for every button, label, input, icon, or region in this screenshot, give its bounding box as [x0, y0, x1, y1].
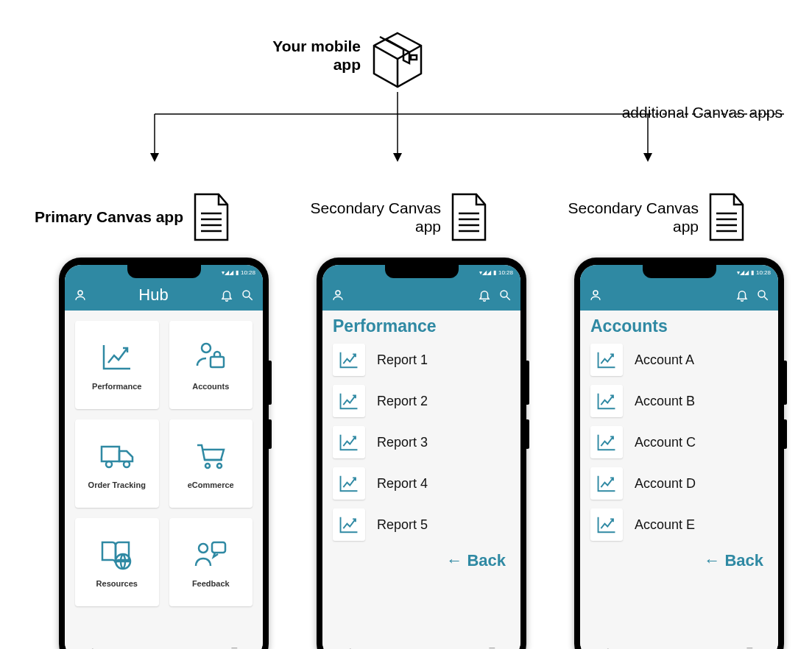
svg-line-37 — [506, 297, 510, 300]
tile-order-tracking[interactable]: Order Tracking — [75, 419, 159, 508]
svg-line-40 — [764, 297, 768, 300]
search-icon[interactable] — [498, 288, 512, 302]
phone-hub: ▾◢◢ ▮ 10:28 Hub — [59, 258, 269, 649]
svg-point-23 — [243, 291, 250, 297]
user-icon[interactable] — [74, 288, 87, 302]
svg-marker-4 — [150, 153, 159, 162]
user-icon[interactable] — [589, 288, 602, 302]
back-button[interactable]: ← Back — [322, 541, 520, 570]
nav-recent[interactable]: ≡ — [746, 644, 753, 649]
svg-point-36 — [501, 291, 507, 297]
additional-apps-label: additional Canvas apps — [622, 103, 783, 121]
list-item[interactable]: Report 3 — [333, 426, 510, 458]
app-header — [580, 280, 778, 311]
svg-point-22 — [78, 291, 82, 295]
nav-back[interactable]: ‹ — [347, 644, 351, 649]
tile-feedback[interactable]: Feedback — [169, 518, 253, 606]
svg-rect-26 — [211, 357, 224, 367]
svg-point-38 — [593, 291, 598, 295]
bell-icon[interactable] — [735, 288, 749, 302]
android-nav: ‹ ≡ — [580, 642, 778, 649]
doc-label: Secondary Canvas app — [541, 199, 699, 235]
svg-point-28 — [106, 461, 112, 467]
hub-grid: Performance Accounts Order Tracking — [75, 321, 253, 606]
list-item[interactable]: Account C — [590, 426, 768, 458]
list-item[interactable]: Report 2 — [333, 385, 510, 417]
phones-row: ▾◢◢ ▮ 10:28 Hub — [59, 258, 797, 649]
search-icon[interactable] — [756, 288, 769, 302]
battery-icon: ▮ — [751, 269, 754, 276]
report-list: Report 1 Report 2 Report 3 Report 4 Repo… — [322, 344, 520, 541]
section-title: Performance — [322, 311, 520, 344]
package-label: Your mobile app — [243, 37, 361, 74]
chart-icon — [590, 467, 623, 500]
doc-label: Secondary Canvas app — [283, 199, 441, 235]
package-icon — [368, 29, 427, 95]
phone-performance: ▾◢◢ ▮ 10:28 Performance — [317, 258, 526, 649]
status-time: 10:28 — [241, 269, 255, 276]
svg-point-31 — [217, 464, 222, 468]
user-icon[interactable] — [331, 288, 345, 302]
tile-resources[interactable]: Resources — [75, 518, 159, 606]
doc-secondary-2: Secondary Canvas app — [541, 191, 747, 243]
tile-accounts[interactable]: Accounts — [169, 321, 253, 409]
svg-point-33 — [199, 544, 208, 553]
status-time: 10:28 — [498, 269, 513, 276]
list-item[interactable]: Report 1 — [333, 344, 510, 376]
battery-icon: ▮ — [236, 269, 239, 276]
chart-icon — [333, 508, 365, 541]
back-button[interactable]: ← Back — [580, 541, 778, 570]
android-nav: ‹ ≡ — [322, 642, 520, 649]
tile-performance[interactable]: Performance — [75, 321, 159, 409]
phone-accounts: ▾◢◢ ▮ 10:28 Accounts — [574, 258, 784, 649]
signal-icon: ▾◢◢ — [222, 269, 233, 276]
svg-rect-27 — [102, 447, 119, 461]
chart-icon — [590, 344, 623, 376]
truck-icon — [99, 438, 135, 473]
chart-icon — [590, 385, 623, 417]
search-icon[interactable] — [241, 288, 254, 302]
section-title: Accounts — [580, 311, 778, 344]
document-icon — [191, 191, 232, 243]
list-item[interactable]: Account A — [590, 344, 768, 376]
book-globe-icon — [99, 536, 135, 572]
doc-label-primary: Primary Canvas app — [26, 208, 183, 226]
phone-notch — [127, 265, 201, 278]
svg-point-39 — [758, 291, 765, 297]
user-chat-icon — [193, 536, 228, 572]
chart-icon — [333, 344, 365, 376]
status-bar: ▾◢◢ ▮ 10:28 — [65, 265, 263, 280]
chart-icon — [590, 426, 623, 458]
user-briefcase-icon — [194, 339, 227, 375]
nav-recent[interactable]: ≡ — [489, 644, 495, 649]
signal-icon: ▾◢◢ — [479, 269, 491, 276]
list-item[interactable]: Account D — [590, 467, 768, 500]
svg-point-29 — [124, 461, 130, 467]
status-time: 10:28 — [756, 269, 771, 276]
status-bar: ▾◢◢ ▮ 10:28 — [322, 265, 520, 280]
cart-icon — [194, 438, 227, 473]
doc-secondary-1: Secondary Canvas app — [283, 191, 490, 243]
svg-rect-34 — [212, 542, 225, 553]
list-item[interactable]: Report 5 — [333, 508, 510, 541]
diagram-top: Your mobile app additional Canvas apps — [15, 15, 797, 191]
document-icon — [448, 191, 490, 243]
nav-recent[interactable]: ≡ — [231, 644, 238, 649]
chart-icon — [590, 508, 623, 541]
account-list: Account A Account B Account C Account D … — [580, 344, 778, 541]
tile-ecommerce[interactable]: eCommerce — [169, 419, 253, 508]
nav-back[interactable]: ‹ — [90, 644, 93, 649]
status-bar: ▾◢◢ ▮ 10:28 — [580, 265, 778, 280]
android-nav: ‹ ≡ — [65, 642, 263, 649]
nav-back[interactable]: ‹ — [605, 644, 609, 649]
bell-icon[interactable] — [478, 288, 491, 302]
svg-marker-8 — [643, 153, 652, 162]
document-icon — [706, 191, 747, 243]
chart-icon — [333, 426, 365, 458]
bell-icon[interactable] — [220, 288, 233, 302]
svg-line-24 — [249, 297, 253, 300]
list-item[interactable]: Account E — [590, 508, 768, 541]
list-item[interactable]: Account B — [590, 385, 768, 417]
list-item[interactable]: Report 4 — [333, 467, 510, 500]
svg-marker-6 — [393, 153, 402, 162]
